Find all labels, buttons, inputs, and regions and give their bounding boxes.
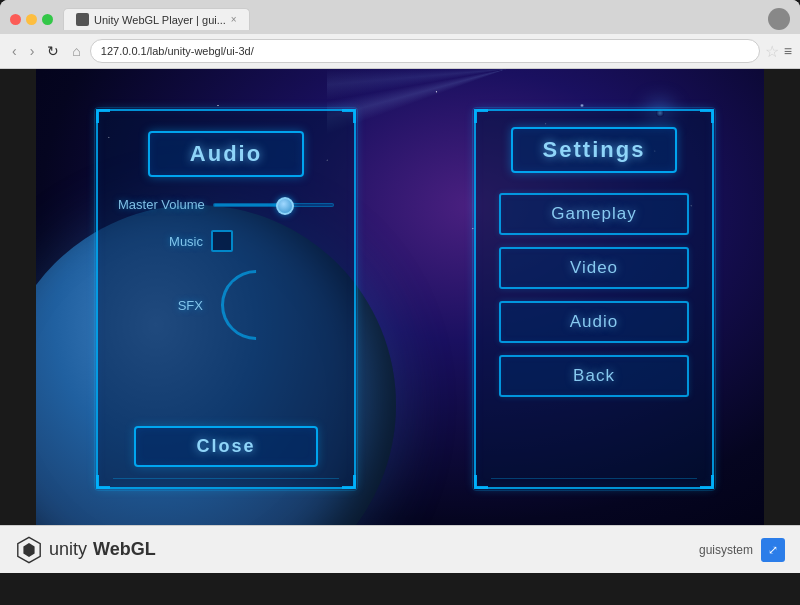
corner-br [342, 475, 356, 489]
user-avatar [768, 8, 790, 30]
back-settings-button[interactable]: Back [499, 355, 689, 397]
settings-title-button[interactable]: Settings [511, 127, 678, 173]
address-bar[interactable] [90, 39, 760, 63]
settings-corner-br [700, 475, 714, 489]
sfx-arc-control[interactable] [207, 256, 306, 355]
browser-titlebar: Unity WebGL Player | gui... × [0, 0, 800, 34]
corner-tr [342, 109, 356, 123]
game-area: Audio Master Volume Music SFX [36, 69, 764, 525]
tab-title: Unity WebGL Player | gui... [94, 14, 226, 26]
expand-icon: ⤢ [768, 543, 778, 557]
master-volume-slider[interactable] [213, 203, 334, 207]
forward-button[interactable]: › [26, 41, 39, 61]
browser-footer: unityWebGL guisystem ⤢ [0, 525, 800, 573]
tab-close-icon[interactable]: × [231, 14, 237, 25]
circuit-decoration [113, 478, 339, 479]
home-button[interactable]: ⌂ [68, 41, 84, 61]
bottom-right-controls: guisystem ⤢ [699, 538, 785, 562]
refresh-button[interactable]: ↻ [43, 41, 63, 61]
unity-brand-label: unity [49, 539, 87, 560]
slider-thumb[interactable] [276, 197, 294, 215]
settings-panel: Settings Gameplay Video Audio Back [474, 109, 714, 489]
minimize-window-button[interactable] [26, 14, 37, 25]
audio-settings-button[interactable]: Audio [499, 301, 689, 343]
audio-title-button[interactable]: Audio [148, 131, 304, 177]
menu-button[interactable]: ≡ [784, 43, 792, 59]
sfx-label: SFX [118, 298, 203, 313]
master-volume-row: Master Volume [118, 197, 334, 212]
back-button[interactable]: ‹ [8, 41, 21, 61]
active-tab[interactable]: Unity WebGL Player | gui... × [63, 8, 250, 30]
window-controls [10, 14, 53, 25]
music-row: Music [118, 230, 334, 252]
music-toggle[interactable] [211, 230, 233, 252]
settings-button-list: Gameplay Video Audio Back [499, 173, 689, 487]
settings-corner-tl [474, 109, 488, 123]
gameplay-button[interactable]: Gameplay [499, 193, 689, 235]
settings-corner-bl [474, 475, 488, 489]
audio-panel: Audio Master Volume Music SFX [96, 109, 356, 489]
close-window-button[interactable] [10, 14, 21, 25]
unity-logo: unityWebGL [15, 536, 156, 564]
bookmark-button[interactable]: ☆ [765, 42, 779, 61]
video-button[interactable]: Video [499, 247, 689, 289]
browser-chrome: Unity WebGL Player | gui... × ‹ › ↻ ⌂ ☆ … [0, 0, 800, 69]
maximize-window-button[interactable] [42, 14, 53, 25]
browser-tabs: Unity WebGL Player | gui... × [63, 8, 758, 30]
audio-controls: Master Volume Music SFX [98, 177, 354, 426]
browser-toolbar: ‹ › ↻ ⌂ ☆ ≡ [0, 34, 800, 69]
webgl-brand-label: WebGL [93, 539, 156, 560]
sfx-row: SFX [118, 270, 334, 340]
tab-favicon [76, 13, 89, 26]
expand-button[interactable]: ⤢ [761, 538, 785, 562]
master-volume-label: Master Volume [118, 197, 205, 212]
close-button[interactable]: Close [134, 426, 317, 467]
guisystem-label: guisystem [699, 543, 753, 557]
settings-corner-tr [700, 109, 714, 123]
unity-logo-icon [15, 536, 43, 564]
music-label: Music [118, 234, 203, 249]
settings-circuit-decoration [491, 478, 697, 479]
corner-tl [96, 109, 110, 123]
corner-bl [96, 475, 110, 489]
